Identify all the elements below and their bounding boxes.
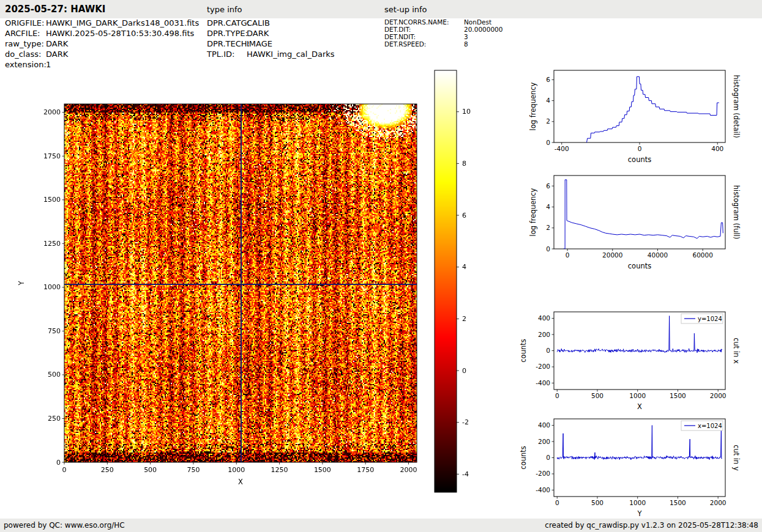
histogram-detail-chart: -40004000246countslog frequencyhistogram… (519, 60, 762, 169)
y-tick-label: 1500 (43, 196, 61, 204)
y-tick-label: 1000 (43, 283, 61, 291)
x-tick-label: 750 (187, 466, 200, 474)
y-tick-label: 0 (546, 245, 550, 253)
field-label: ARCFILE: (5, 28, 46, 39)
x-tick-label: 40000 (648, 251, 668, 259)
x-tick-label: 0 (566, 251, 570, 259)
field-label: DET.DIT: (384, 26, 464, 33)
x-tick-label: 60000 (692, 251, 712, 259)
x-tick-label: 0 (555, 499, 559, 506)
field-value: HAWKI.2025-05-28T10:53:30.498.fits (46, 28, 194, 39)
type-info-section-label: type info (207, 5, 242, 14)
footer-bar: powered by QC: www.eso.org/HC created by… (0, 519, 762, 532)
histogram-detail-figure: -40004000246countslog frequencyhistogram… (519, 60, 762, 169)
colorbar-figure: 1086420-2-4 (428, 64, 502, 500)
y-tick-label: 200 (538, 331, 550, 338)
field-label: DET.NDIT: (384, 33, 464, 40)
y-tick-label: 2000 (43, 108, 61, 116)
y-tick-label: 250 (48, 415, 61, 423)
field-label: DET.NCORRS.NAME: (384, 18, 464, 26)
setup-info-row: DET.DIT:20.0000000 (384, 26, 502, 33)
setup-info-row: DET.NDIT:3 (384, 33, 502, 40)
colorbar-tick-label: 2 (462, 315, 466, 323)
field-value: DARK (46, 39, 68, 49)
right-axis-label: cut in y (732, 445, 741, 471)
y-tick-label: 750 (48, 327, 61, 335)
x-tick-label: 500 (144, 466, 157, 474)
cut-y-chart: 0500100015002000-400-2000200400Ycountscu… (519, 408, 762, 521)
field-value: DARK (46, 49, 68, 59)
y-tick-label: 0 (56, 459, 61, 467)
y-tick-label: 6 (546, 76, 550, 83)
y-tick-label: -400 (536, 379, 550, 386)
y-tick-label: 4 (546, 203, 550, 210)
field-value: HAWKI_IMG_DARK_Darks148_0031.fits (46, 18, 199, 28)
x-tick-label: 500 (591, 499, 603, 506)
field-value: IMAGE (247, 39, 272, 49)
field-value: 3 (464, 33, 468, 40)
field-label: do_class: (5, 49, 46, 59)
setup-info-block: DET.NCORRS.NAME:NonDestDET.DIT:20.000000… (384, 18, 502, 48)
x-tick-label: 500 (591, 392, 603, 399)
cut-in-y-figure: 0500100015002000-400-2000200400Ycountscu… (519, 408, 762, 521)
plot-frame (64, 104, 417, 462)
x-axis-label: X (238, 478, 243, 486)
y-tick-label: 2 (546, 117, 550, 125)
y-tick-label: -400 (536, 486, 550, 493)
setup-info-section-label: set-up info (384, 5, 427, 14)
header-bar: 2025-05-27: HAWKI type info set-up info (0, 0, 762, 18)
y-tick-label: 200 (538, 438, 550, 445)
colorbar-tick-label: 0 (462, 367, 466, 375)
right-axis-label: histogram (detail) (732, 75, 741, 138)
field-label: DET.RSPEED: (384, 40, 464, 48)
y-tick-label: 1750 (43, 152, 61, 160)
type-info-block: DPR.CATG:CALIBDPR.TYPE:DARKDPR.TECH:IMAG… (207, 18, 335, 59)
footer-right-text: created by qc_rawdisp.py v1.2.3 on 2025-… (545, 521, 758, 530)
histogram-full-chart: 02000040000600000246countslog frequencyh… (519, 165, 762, 276)
colorbar-frame (435, 70, 457, 492)
y-tick-label: 1250 (43, 240, 61, 248)
type-info-row: TPL.ID:HAWKI_img_cal_Darks (207, 49, 335, 59)
field-label: raw_type: (5, 39, 46, 49)
y-axis-label: counts (519, 446, 528, 469)
x-tick-label: 2000 (400, 466, 417, 474)
y-tick-label: -200 (536, 470, 550, 477)
footer-left-text: powered by QC: www.eso.org/HC (4, 521, 125, 530)
x-tick-label: 1750 (357, 466, 374, 474)
y-tick-label: 6 (546, 182, 550, 190)
field-value: DARK (247, 28, 269, 39)
histogram-full-figure: 02000040000600000246countslog frequencyh… (519, 165, 762, 276)
colorbar-tick-label: -2 (462, 418, 469, 426)
field-label: DPR.TECH: (207, 39, 247, 49)
x-tick-label: 20000 (602, 251, 622, 259)
colorbar-axes: 1086420-2-4 (428, 64, 502, 500)
x-tick-label: 1500 (670, 392, 686, 399)
x-tick-label: 0 (555, 392, 559, 399)
y-tick-label: 0 (546, 347, 550, 354)
setup-info-row: DET.NCORRS.NAME:NonDest (384, 18, 502, 26)
x-tick-label: 1250 (271, 466, 288, 474)
field-label: ORIGFILE: (5, 18, 46, 28)
field-value: HAWKI_img_cal_Darks (247, 49, 335, 59)
right-axis-label: cut in x (732, 338, 741, 364)
file-info-row: do_class:DARK (5, 49, 199, 59)
field-value: CALIB (247, 18, 270, 28)
y-tick-label: 0 (546, 454, 550, 461)
main-image-axes: 0250500750100012501500175020000250500750… (18, 86, 447, 501)
x-tick-label: 1000 (629, 499, 646, 506)
y-tick-label: 4 (546, 97, 550, 104)
field-value: 8 (464, 40, 468, 48)
data-line (587, 76, 719, 142)
field-value: NonDest (464, 18, 491, 26)
file-info-row: ARCFILE:HAWKI.2025-05-28T10:53:30.498.fi… (5, 28, 199, 39)
field-value: 20.0000000 (464, 26, 502, 33)
colorbar-tick-label: -4 (462, 470, 469, 478)
type-info-row: DPR.TECH:IMAGE (207, 39, 335, 49)
field-label: TPL.ID: (207, 49, 247, 59)
x-tick-label: 1500 (314, 466, 331, 474)
y-axis-label: Y (18, 281, 26, 286)
file-info-row: extension:1 (5, 59, 199, 70)
y-tick-label: 2 (546, 224, 550, 231)
qc-report-page: 2025-05-27: HAWKI type info set-up info … (0, 0, 762, 532)
type-info-row: DPR.CATG:CALIB (207, 18, 335, 28)
